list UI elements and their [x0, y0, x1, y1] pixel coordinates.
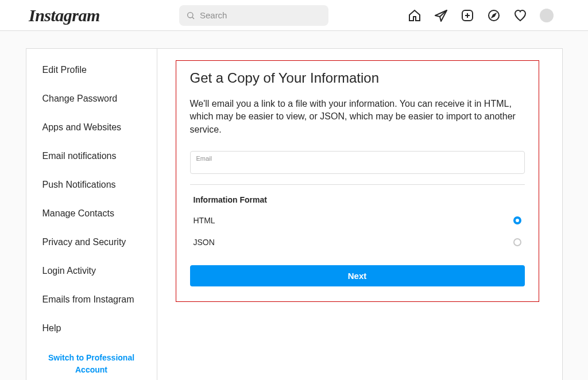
sidebar-item-privacy-security[interactable]: Privacy and Security — [26, 228, 157, 257]
nav-icons — [408, 9, 554, 22]
sidebar-item-emails-instagram[interactable]: Emails from Instagram — [26, 285, 157, 314]
sidebar-item-change-password[interactable]: Change Password — [26, 84, 157, 113]
page-title: Get a Copy of Your Information — [190, 70, 525, 86]
svg-point-0 — [188, 12, 193, 17]
search-input[interactable] — [179, 5, 328, 26]
svg-marker-7 — [492, 14, 496, 17]
settings-sidebar: Edit Profile Change Password Apps and We… — [26, 49, 157, 380]
format-option-html[interactable]: HTML — [190, 212, 525, 234]
sidebar-item-login-activity[interactable]: Login Activity — [26, 257, 157, 285]
svg-line-1 — [192, 17, 194, 19]
sidebar-item-push-notifications[interactable]: Push Notifications — [26, 170, 157, 199]
sidebar-item-email-notifications[interactable]: Email notifications — [26, 142, 157, 170]
avatar[interactable] — [540, 9, 554, 22]
sidebar-item-manage-contacts[interactable]: Manage Contacts — [26, 199, 157, 228]
search-icon — [186, 11, 195, 20]
radio-icon — [513, 216, 521, 224]
sidebar-item-help[interactable]: Help — [26, 314, 157, 343]
format-option-json[interactable]: JSON — [190, 234, 525, 256]
search-wrapper — [179, 5, 328, 26]
email-field[interactable]: Email — [190, 151, 525, 174]
next-button[interactable]: Next — [190, 265, 525, 286]
messages-icon[interactable] — [434, 9, 448, 22]
sidebar-item-apps-websites[interactable]: Apps and Websites — [26, 113, 157, 142]
format-option-label: JSON — [194, 238, 215, 247]
top-bar: Instagram — [0, 0, 588, 31]
divider — [190, 184, 525, 185]
settings-main: Get a Copy of Your Information We'll ema… — [157, 49, 562, 380]
format-option-label: HTML — [194, 216, 215, 225]
format-section-label: Information Format — [194, 195, 525, 204]
download-data-panel: Get a Copy of Your Information We'll ema… — [176, 60, 539, 302]
brand-logo[interactable]: Instagram — [29, 6, 100, 25]
page-description: We'll email you a link to a file with yo… — [190, 98, 525, 136]
activity-icon[interactable] — [513, 9, 527, 22]
explore-icon[interactable] — [487, 9, 501, 22]
home-icon[interactable] — [408, 9, 421, 22]
settings-container: Edit Profile Change Password Apps and We… — [26, 48, 563, 380]
switch-professional-link[interactable]: Switch to Professional Account — [26, 343, 157, 380]
email-field-label: Email — [196, 155, 212, 162]
radio-icon — [513, 238, 521, 246]
sidebar-item-edit-profile[interactable]: Edit Profile — [26, 56, 157, 84]
new-post-icon[interactable] — [461, 9, 474, 22]
